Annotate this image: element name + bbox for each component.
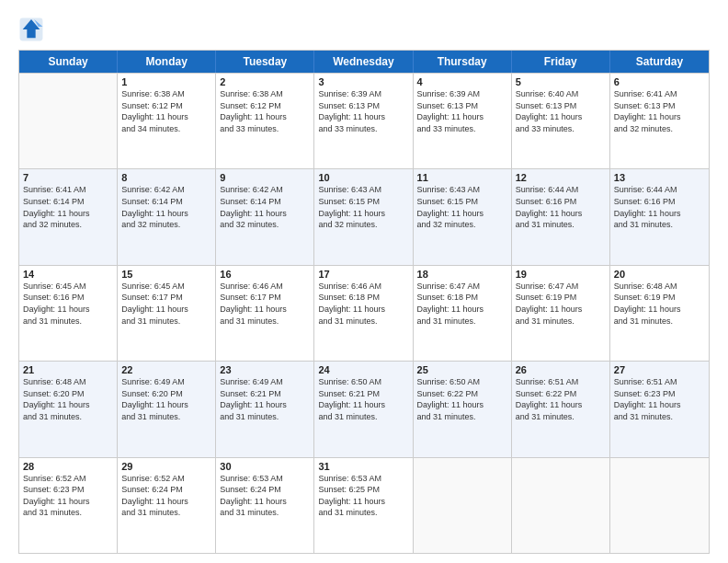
day-number: 23 xyxy=(220,364,310,375)
calendar-row: 7Sunrise: 6:41 AMSunset: 6:14 PMDaylight… xyxy=(19,168,709,264)
weekday-header: Sunday xyxy=(19,51,118,73)
day-number: 8 xyxy=(121,172,211,183)
day-number: 26 xyxy=(516,364,606,375)
cell-info: Sunrise: 6:48 AMSunset: 6:19 PMDaylight:… xyxy=(614,281,705,327)
calendar-row: 21Sunrise: 6:48 AMSunset: 6:20 PMDayligh… xyxy=(19,361,709,456)
calendar-cell: 29Sunrise: 6:52 AMSunset: 6:24 PMDayligh… xyxy=(118,458,216,553)
day-number: 10 xyxy=(318,172,408,183)
calendar-header: SundayMondayTuesdayWednesdayThursdayFrid… xyxy=(19,51,709,73)
weekday-header: Thursday xyxy=(414,51,512,73)
logo xyxy=(18,17,48,42)
cell-info: Sunrise: 6:38 AMSunset: 6:12 PMDaylight:… xyxy=(121,88,211,134)
calendar-cell: 28Sunrise: 6:52 AMSunset: 6:23 PMDayligh… xyxy=(19,458,118,553)
calendar-cell: 6Sunrise: 6:41 AMSunset: 6:13 PMDaylight… xyxy=(610,74,709,168)
cell-info: Sunrise: 6:42 AMSunset: 6:14 PMDaylight:… xyxy=(121,184,211,230)
cell-info: Sunrise: 6:46 AMSunset: 6:17 PMDaylight:… xyxy=(220,281,310,327)
page-header xyxy=(18,17,710,42)
calendar-cell: 27Sunrise: 6:51 AMSunset: 6:23 PMDayligh… xyxy=(610,362,709,456)
cell-info: Sunrise: 6:39 AMSunset: 6:13 PMDaylight:… xyxy=(417,88,507,134)
empty-cell xyxy=(414,458,512,553)
day-number: 29 xyxy=(121,461,211,472)
cell-info: Sunrise: 6:39 AMSunset: 6:13 PMDaylight:… xyxy=(318,88,408,134)
calendar-cell: 22Sunrise: 6:49 AMSunset: 6:20 PMDayligh… xyxy=(118,362,216,456)
logo-icon xyxy=(18,17,44,42)
calendar-page: SundayMondayTuesdayWednesdayThursdayFrid… xyxy=(0,0,728,563)
cell-info: Sunrise: 6:52 AMSunset: 6:23 PMDaylight:… xyxy=(23,473,113,519)
cell-info: Sunrise: 6:47 AMSunset: 6:18 PMDaylight:… xyxy=(417,281,507,327)
calendar-cell: 10Sunrise: 6:43 AMSunset: 6:15 PMDayligh… xyxy=(314,169,413,264)
calendar-row: 14Sunrise: 6:45 AMSunset: 6:16 PMDayligh… xyxy=(19,265,709,361)
cell-info: Sunrise: 6:53 AMSunset: 6:25 PMDaylight:… xyxy=(318,473,408,519)
calendar-cell: 3Sunrise: 6:39 AMSunset: 6:13 PMDaylight… xyxy=(314,74,413,168)
day-number: 17 xyxy=(318,269,408,280)
cell-info: Sunrise: 6:44 AMSunset: 6:16 PMDaylight:… xyxy=(614,184,705,230)
day-number: 1 xyxy=(121,76,211,87)
calendar-cell: 11Sunrise: 6:43 AMSunset: 6:15 PMDayligh… xyxy=(414,169,512,264)
cell-info: Sunrise: 6:47 AMSunset: 6:19 PMDaylight:… xyxy=(516,281,606,327)
calendar-row: 28Sunrise: 6:52 AMSunset: 6:23 PMDayligh… xyxy=(19,457,709,553)
cell-info: Sunrise: 6:41 AMSunset: 6:13 PMDaylight:… xyxy=(614,88,705,134)
weekday-header: Friday xyxy=(512,51,610,73)
day-number: 31 xyxy=(318,461,408,472)
calendar-cell: 1Sunrise: 6:38 AMSunset: 6:12 PMDaylight… xyxy=(118,74,216,168)
cell-info: Sunrise: 6:43 AMSunset: 6:15 PMDaylight:… xyxy=(417,184,507,230)
cell-info: Sunrise: 6:43 AMSunset: 6:15 PMDaylight:… xyxy=(318,184,408,230)
calendar-cell: 14Sunrise: 6:45 AMSunset: 6:16 PMDayligh… xyxy=(19,266,118,361)
day-number: 27 xyxy=(614,364,705,375)
calendar-cell: 23Sunrise: 6:49 AMSunset: 6:21 PMDayligh… xyxy=(216,362,314,456)
weekday-header: Saturday xyxy=(610,51,709,73)
calendar-cell: 16Sunrise: 6:46 AMSunset: 6:17 PMDayligh… xyxy=(216,266,314,361)
calendar-cell: 17Sunrise: 6:46 AMSunset: 6:18 PMDayligh… xyxy=(314,266,413,361)
weekday-header: Wednesday xyxy=(314,51,413,73)
calendar-cell: 20Sunrise: 6:48 AMSunset: 6:19 PMDayligh… xyxy=(610,266,709,361)
calendar-cell: 9Sunrise: 6:42 AMSunset: 6:14 PMDaylight… xyxy=(216,169,314,264)
cell-info: Sunrise: 6:41 AMSunset: 6:14 PMDaylight:… xyxy=(23,184,113,230)
day-number: 22 xyxy=(121,364,211,375)
day-number: 6 xyxy=(614,76,705,87)
day-number: 11 xyxy=(417,172,507,183)
empty-cell xyxy=(19,74,118,168)
calendar-cell: 18Sunrise: 6:47 AMSunset: 6:18 PMDayligh… xyxy=(414,266,512,361)
day-number: 19 xyxy=(516,269,606,280)
cell-info: Sunrise: 6:51 AMSunset: 6:23 PMDaylight:… xyxy=(614,376,705,422)
cell-info: Sunrise: 6:52 AMSunset: 6:24 PMDaylight:… xyxy=(121,473,211,519)
calendar-cell: 7Sunrise: 6:41 AMSunset: 6:14 PMDaylight… xyxy=(19,169,118,264)
calendar-cell: 26Sunrise: 6:51 AMSunset: 6:22 PMDayligh… xyxy=(512,362,610,456)
calendar-cell: 12Sunrise: 6:44 AMSunset: 6:16 PMDayligh… xyxy=(512,169,610,264)
calendar-cell: 25Sunrise: 6:50 AMSunset: 6:22 PMDayligh… xyxy=(414,362,512,456)
calendar: SundayMondayTuesdayWednesdayThursdayFrid… xyxy=(18,50,710,554)
day-number: 3 xyxy=(318,76,408,87)
calendar-cell: 8Sunrise: 6:42 AMSunset: 6:14 PMDaylight… xyxy=(118,169,216,264)
day-number: 2 xyxy=(220,76,310,87)
calendar-cell: 31Sunrise: 6:53 AMSunset: 6:25 PMDayligh… xyxy=(314,458,413,553)
cell-info: Sunrise: 6:50 AMSunset: 6:21 PMDaylight:… xyxy=(318,376,408,422)
cell-info: Sunrise: 6:40 AMSunset: 6:13 PMDaylight:… xyxy=(516,88,606,134)
calendar-cell: 2Sunrise: 6:38 AMSunset: 6:12 PMDaylight… xyxy=(216,74,314,168)
cell-info: Sunrise: 6:49 AMSunset: 6:21 PMDaylight:… xyxy=(220,376,310,422)
calendar-cell: 15Sunrise: 6:45 AMSunset: 6:17 PMDayligh… xyxy=(118,266,216,361)
cell-info: Sunrise: 6:46 AMSunset: 6:18 PMDaylight:… xyxy=(318,281,408,327)
calendar-cell: 21Sunrise: 6:48 AMSunset: 6:20 PMDayligh… xyxy=(19,362,118,456)
cell-info: Sunrise: 6:45 AMSunset: 6:17 PMDaylight:… xyxy=(121,281,211,327)
day-number: 30 xyxy=(220,461,310,472)
day-number: 9 xyxy=(220,172,310,183)
cell-info: Sunrise: 6:45 AMSunset: 6:16 PMDaylight:… xyxy=(23,281,113,327)
calendar-cell: 5Sunrise: 6:40 AMSunset: 6:13 PMDaylight… xyxy=(512,74,610,168)
calendar-body: 1Sunrise: 6:38 AMSunset: 6:12 PMDaylight… xyxy=(19,73,709,553)
day-number: 14 xyxy=(23,269,113,280)
day-number: 21 xyxy=(23,364,113,375)
calendar-row: 1Sunrise: 6:38 AMSunset: 6:12 PMDaylight… xyxy=(19,73,709,168)
cell-info: Sunrise: 6:38 AMSunset: 6:12 PMDaylight:… xyxy=(220,88,310,134)
calendar-cell: 4Sunrise: 6:39 AMSunset: 6:13 PMDaylight… xyxy=(414,74,512,168)
empty-cell xyxy=(610,458,709,553)
day-number: 16 xyxy=(220,269,310,280)
day-number: 24 xyxy=(318,364,408,375)
day-number: 7 xyxy=(23,172,113,183)
day-number: 13 xyxy=(614,172,705,183)
empty-cell xyxy=(512,458,610,553)
weekday-header: Monday xyxy=(118,51,216,73)
cell-info: Sunrise: 6:48 AMSunset: 6:20 PMDaylight:… xyxy=(23,376,113,422)
cell-info: Sunrise: 6:42 AMSunset: 6:14 PMDaylight:… xyxy=(220,184,310,230)
weekday-header: Tuesday xyxy=(216,51,314,73)
day-number: 28 xyxy=(23,461,113,472)
